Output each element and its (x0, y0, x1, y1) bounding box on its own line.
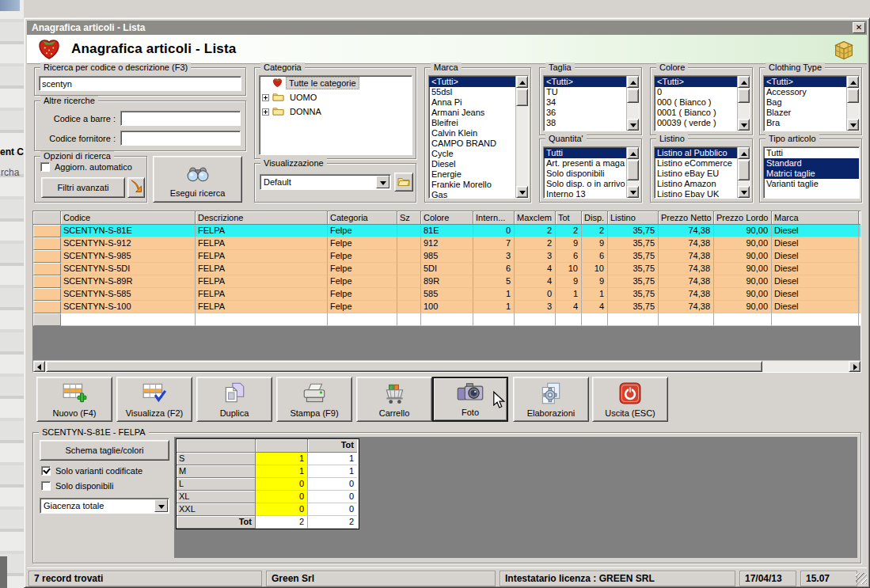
column-header[interactable]: Colore (421, 211, 473, 225)
scroll-down-button[interactable] (738, 186, 750, 198)
table-cell[interactable]: FELPA (196, 250, 328, 263)
table-cell[interactable]: 3 (515, 250, 556, 263)
table-cell[interactable]: SCENTYN-S-585 (61, 288, 196, 301)
table-cell[interactable]: Felpe (328, 275, 397, 288)
list-item[interactable]: Bra (764, 118, 846, 128)
table-cell[interactable]: 0 (515, 288, 556, 301)
table-cell[interactable]: Felpe (328, 301, 397, 313)
view-dropdown[interactable]: Default (260, 174, 391, 190)
table-cell[interactable]: FELPA (196, 263, 328, 275)
table-cell[interactable]: 1 (582, 288, 608, 301)
list-item[interactable]: TU (544, 87, 626, 97)
list-item[interactable]: Anna Pi (429, 97, 515, 108)
column-header[interactable]: Maxclem (515, 211, 556, 225)
table-cell[interactable]: SCENTYN-S-81E (61, 225, 196, 237)
table-cell[interactable]: FELPA (196, 237, 328, 250)
table-cell[interactable]: 2 (515, 237, 556, 250)
list-item[interactable]: Matrici taglie (764, 169, 859, 179)
table-cell[interactable]: 4 (556, 301, 582, 313)
list-item[interactable]: Listino Amazon (655, 179, 737, 189)
table-cell[interactable]: 585 (421, 288, 473, 301)
list-item[interactable]: Interno 13 (544, 189, 626, 198)
table-cell[interactable]: SCENTYN-S-912 (61, 237, 196, 250)
vertical-scrollbar[interactable] (626, 76, 639, 131)
scroll-down-button[interactable] (738, 119, 750, 131)
row-header-cell[interactable] (33, 237, 61, 250)
table-cell[interactable]: FELPA (196, 288, 328, 301)
scrollbar-thumb[interactable] (627, 89, 639, 103)
list-item[interactable]: Varianti taglie (764, 179, 859, 189)
table-row[interactable]: SCENTYN-S-89RFELPAFelpe89R549935,7574,38… (33, 275, 861, 288)
column-header[interactable]: Descrizione (196, 211, 328, 225)
size-list[interactable]: <Tutti>TU343638 (543, 75, 640, 131)
row-header-cell[interactable] (33, 225, 61, 237)
table-cell[interactable]: 2 (582, 225, 608, 237)
table-cell[interactable]: 74,38 (659, 263, 714, 275)
scroll-left-button[interactable] (33, 361, 45, 372)
chevron-down-icon[interactable] (154, 499, 168, 512)
row-header-cell[interactable] (33, 263, 61, 275)
checkbox-icon[interactable] (40, 162, 50, 172)
table-cell[interactable]: Diesel (772, 237, 859, 250)
scrollbar-thumb[interactable] (516, 89, 528, 106)
table-cell[interactable]: Diesel (772, 225, 859, 237)
supplier-code-input[interactable] (120, 131, 241, 146)
list-item[interactable]: Frankie Morello (429, 180, 515, 190)
table-cell[interactable] (397, 237, 421, 250)
advanced-filters-arrow-button[interactable] (127, 177, 145, 198)
table-cell[interactable] (397, 263, 421, 275)
exit-button[interactable]: Uscita (ESC) (592, 377, 668, 422)
table-cell[interactable]: Diesel (772, 275, 859, 288)
scroll-up-button[interactable] (627, 147, 639, 159)
only-coded-variants-checkbox[interactable]: Solo varianti codificate (41, 466, 142, 476)
list-item[interactable]: Cycle (429, 149, 515, 159)
stock-view-dropdown[interactable]: Giacenza totale (40, 498, 169, 514)
scroll-right-button[interactable] (849, 361, 861, 372)
scrollbar-thumb[interactable] (627, 160, 639, 180)
table-cell[interactable]: 9 (556, 237, 582, 250)
table-row[interactable]: SCENTYN-S-100FELPAFelpe100134435,7574,38… (33, 301, 861, 313)
table-cell[interactable]: 1 (473, 301, 515, 313)
advanced-filters-button[interactable]: Filtri avanzati (41, 177, 125, 198)
list-item[interactable]: CAMPO BRAND (429, 138, 515, 149)
close-button[interactable]: ✕ (853, 22, 865, 33)
table-row[interactable]: SCENTYN-S-912FELPAFelpe912729935,7574,38… (33, 237, 861, 250)
list-item[interactable]: 34 (544, 97, 626, 108)
table-cell[interactable]: FELPA (196, 275, 328, 288)
table-cell[interactable]: 2 (556, 225, 582, 237)
list-item[interactable]: 000 ( Bianco ) (655, 97, 737, 108)
scroll-down-button[interactable] (516, 186, 528, 198)
table-cell[interactable]: Diesel (772, 263, 859, 275)
list-item[interactable]: Calvin Klein (429, 128, 515, 138)
column-header[interactable]: Intern... (473, 211, 515, 225)
pricelist-list[interactable]: Listino al PubblicoListino eCommerceList… (654, 146, 750, 199)
table-cell[interactable]: 2 (515, 225, 556, 237)
table-cell[interactable]: 74,38 (659, 250, 714, 263)
vertical-scrollbar[interactable] (515, 76, 528, 198)
column-header[interactable]: Disp. (582, 211, 608, 225)
column-header[interactable]: Categoria (328, 211, 397, 225)
scroll-down-button[interactable] (627, 186, 639, 198)
list-item[interactable]: Energie (429, 169, 515, 180)
column-header[interactable]: Marca (772, 211, 859, 225)
column-header[interactable]: Tot (556, 211, 582, 225)
table-cell[interactable]: 9 (556, 275, 582, 288)
table-cell[interactable]: 74,38 (659, 225, 714, 237)
table-cell[interactable]: SCENTYN-S-985 (61, 250, 196, 263)
table-cell[interactable]: 1 (556, 288, 582, 301)
run-search-button[interactable]: Esegui ricerca (153, 156, 242, 203)
article-type-list[interactable]: TuttiStandardMatrici taglieVarianti tagl… (763, 146, 860, 199)
table-cell[interactable]: 74,38 (659, 237, 714, 250)
table-cell[interactable]: 74,38 (659, 288, 714, 301)
dialog-titlebar[interactable]: Anagrafica articoli - Lista ✕ (27, 21, 867, 35)
clothing-type-list[interactable]: <Tutti>AccessoryBagBlazerBra (763, 75, 860, 131)
table-cell[interactable]: 10 (556, 263, 582, 275)
table-row[interactable]: SCENTYN-S-985FELPAFelpe985336635,7574,38… (33, 250, 861, 263)
list-item[interactable]: Armani Jeans (429, 108, 515, 118)
list-item[interactable]: Tutti (544, 148, 626, 158)
vertical-scrollbar[interactable] (737, 76, 750, 131)
list-item[interactable]: Bleifrei (429, 118, 515, 128)
list-item[interactable]: Diesel (429, 159, 515, 169)
vertical-scrollbar[interactable] (626, 147, 639, 198)
table-cell[interactable]: Felpe (328, 250, 397, 263)
